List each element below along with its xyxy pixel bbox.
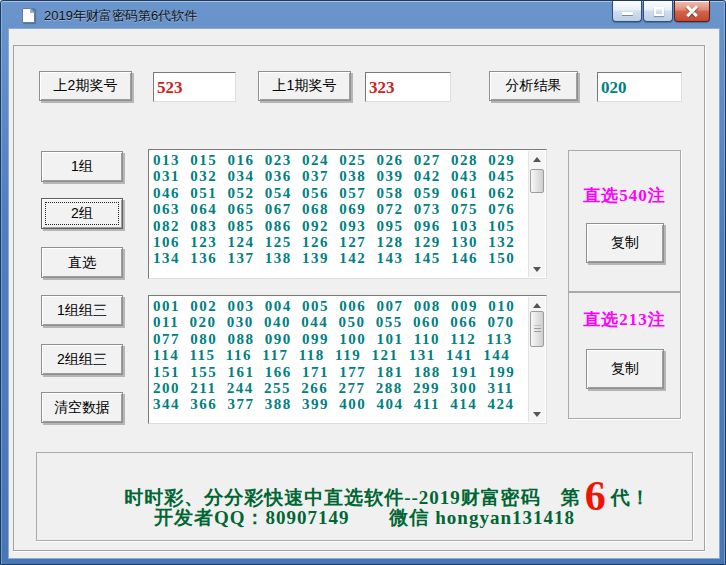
footer-ad-box: 时时彩、分分彩快速中直选软件--2019财富密码 第6代！ 开发者QQ：8090… bbox=[36, 452, 693, 541]
direct-213-label: 直选213注 bbox=[569, 308, 680, 331]
scroll-down-icon[interactable] bbox=[529, 261, 545, 277]
list-row: 200 211 244 255 266 277 288 299 300 311 bbox=[153, 380, 526, 396]
number-list-2[interactable]: 001 002 003 004 005 006 007 008 009 010 … bbox=[148, 295, 547, 424]
group2-triple-button[interactable]: 2组组三 bbox=[41, 344, 123, 375]
direct-540-label: 直选540注 bbox=[569, 184, 680, 207]
maximize-icon bbox=[654, 7, 664, 16]
direct-select-button[interactable]: 直选 bbox=[41, 247, 123, 278]
list-row: 077 080 088 090 099 100 101 110 112 113 bbox=[153, 331, 526, 347]
list-row: 151 155 161 166 171 177 181 188 191 199 bbox=[153, 364, 526, 380]
group1-button[interactable]: 1组 bbox=[41, 151, 123, 182]
analysis-result-button[interactable]: 分析结果 bbox=[489, 71, 578, 101]
list-row: 001 002 003 004 005 006 007 008 009 010 bbox=[153, 298, 526, 314]
scrollbar-1[interactable] bbox=[528, 151, 545, 277]
number-list-1-content: 013 015 016 023 024 025 026 027 028 029 … bbox=[153, 152, 526, 276]
window-title: 2019年财富密码第6代软件 bbox=[44, 7, 197, 25]
direct-540-groupbox: 直选540注 复制 bbox=[568, 150, 681, 292]
list-row: 344 366 377 388 399 400 404 411 414 424 bbox=[153, 396, 526, 412]
group1-triple-button[interactable]: 1组组三 bbox=[41, 295, 123, 326]
list-row: 114 115 116 117 118 119 121 131 141 144 bbox=[153, 347, 526, 363]
list-row: 031 032 034 036 037 038 039 042 043 045 bbox=[153, 168, 526, 184]
list-row: 046 051 052 054 056 057 058 059 061 062 bbox=[153, 185, 526, 201]
copy-540-button[interactable]: 复制 bbox=[586, 223, 664, 263]
prev1-label-button[interactable]: 上1期奖号 bbox=[258, 71, 351, 101]
prev2-label-button[interactable]: 上2期奖号 bbox=[39, 71, 132, 101]
list-row: 011 020 030 040 044 050 055 060 066 070 bbox=[153, 314, 526, 330]
titlebar[interactable]: 2019年财富密码第6代软件 bbox=[1, 1, 725, 29]
scroll-down-icon[interactable] bbox=[529, 406, 545, 422]
app-form-icon bbox=[22, 8, 35, 23]
minimize-icon bbox=[622, 12, 633, 15]
client-area: 上2期奖号 上1期奖号 分析结果 1组 2组 直选 1组组三 2组组三 清空数据… bbox=[9, 29, 719, 558]
scroll-up-icon[interactable] bbox=[529, 151, 545, 167]
copy-213-button[interactable]: 复制 bbox=[586, 349, 664, 389]
number-list-1[interactable]: 013 015 016 023 024 025 026 027 028 029 … bbox=[148, 149, 547, 279]
list-row: 106 123 124 125 126 127 128 129 130 132 bbox=[153, 234, 526, 250]
prev1-input[interactable] bbox=[365, 72, 451, 102]
minimize-button[interactable] bbox=[612, 1, 642, 22]
direct-213-groupbox: 直选213注 复制 bbox=[568, 292, 681, 419]
number-list-2-content: 001 002 003 004 005 006 007 008 009 010 … bbox=[153, 298, 526, 421]
thumb-grip-icon bbox=[534, 326, 541, 333]
clear-data-button[interactable]: 清空数据 bbox=[41, 392, 123, 423]
caption-buttons bbox=[612, 1, 710, 22]
close-button[interactable] bbox=[674, 1, 710, 22]
analysis-result-input[interactable] bbox=[597, 72, 682, 102]
prev2-input[interactable] bbox=[153, 72, 236, 102]
scrollbar-2[interactable] bbox=[528, 297, 545, 422]
footer-contact: 开发者QQ：80907149 微信 hongyan131418 bbox=[37, 505, 692, 531]
list-row: 013 015 016 023 024 025 026 027 028 029 bbox=[153, 152, 526, 168]
maximize-button[interactable] bbox=[643, 1, 673, 22]
scroll-thumb[interactable] bbox=[530, 311, 544, 347]
app-window: 2019年财富密码第6代软件 上2期奖号 上1期奖号 分析结果 1组 2组 直选… bbox=[0, 0, 726, 565]
scroll-thumb[interactable] bbox=[530, 169, 544, 193]
list-row: 082 083 085 086 092 093 095 096 103 105 bbox=[153, 218, 526, 234]
list-row: 063 064 065 067 068 069 072 073 075 076 bbox=[153, 201, 526, 217]
group2-button[interactable]: 2组 bbox=[41, 198, 123, 229]
list-row: 134 136 137 138 139 142 143 145 146 150 bbox=[153, 250, 526, 266]
